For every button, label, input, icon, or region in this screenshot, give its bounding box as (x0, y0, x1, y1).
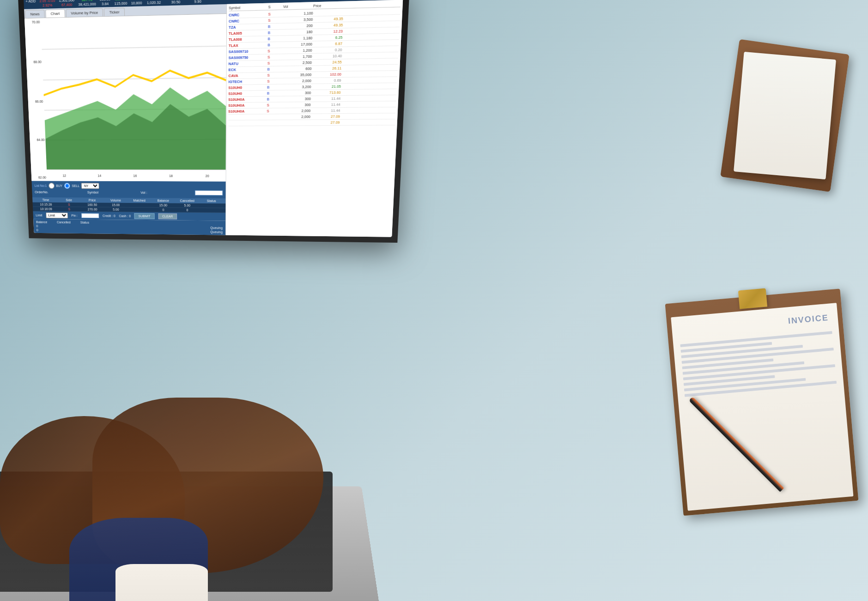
ticker-values-7: 1,923,000 1,020.32 (146, 0, 162, 5)
order-0-time: 10:15:28 (34, 203, 57, 206)
tab-news[interactable]: News (25, 10, 45, 18)
col-s: S (268, 5, 283, 9)
stock-symbol: SAS009710 (229, 49, 268, 54)
stock-symbol: S10UH0 (228, 85, 267, 90)
ticker-values-8: 318,920,000 30.50 (166, 0, 186, 5)
ticker-values-1: 2.05 -0.05 2.92% (39, 0, 55, 8)
stock-side: B (267, 67, 282, 72)
clipboard-clip (738, 288, 767, 309)
ticker-values-10: 755,500 (210, 0, 223, 4)
stock-symbol: S10UH0A (228, 109, 267, 114)
buy-sell-group: BUY SELL NY HK (49, 183, 99, 189)
order-row-1: List No:1 BUY SELL NY HK (34, 183, 223, 190)
ticker-values-3: 367.75 38,421,000 (78, 0, 96, 7)
ticker-price2: 38,421,000 (78, 2, 96, 7)
y-label-3: 66.00 (29, 99, 43, 103)
limit-select[interactable]: Limit Market (46, 212, 68, 218)
stock-price: 24.55 (312, 60, 342, 65)
col-volume: Volume (104, 199, 127, 202)
ticker-values-4: 368.00 3.84 (99, 0, 110, 6)
chart-x-axis: 12 14 16 18 20 (47, 169, 225, 181)
buy-radio[interactable] (49, 183, 55, 189)
ticker-values-9: 3,624,300 9.90 (190, 0, 206, 4)
stock-vol: 2,500 (282, 60, 312, 65)
stock-price: 27.09 (310, 120, 340, 125)
ticker-v2: 3.84 (102, 1, 109, 6)
stock-vol: 2,000 (281, 109, 311, 113)
stock-side: S (267, 73, 282, 78)
x-label-2: 14 (97, 174, 101, 177)
y-label-4: 64.00 (30, 138, 44, 141)
order-no-label: OrderNo. (35, 190, 85, 194)
stock-side: S (267, 49, 282, 53)
stock-side: B (267, 43, 282, 47)
order-0-matched (127, 203, 151, 207)
stock-vol: 300 (281, 97, 311, 101)
stock-vol: 3,200 (282, 85, 311, 89)
stock-symbol: TZA (229, 25, 268, 30)
stock-side: S (268, 12, 283, 17)
right-panel: Symbol S Vol Price CNRC S 1,100 CNRC (226, 0, 403, 237)
balance-val: 0 (36, 224, 38, 227)
order-0-side: S (57, 203, 80, 206)
order-row-headers: OrderNo. Symbol Vol : (35, 190, 223, 196)
x-label-1: 12 (62, 174, 66, 177)
clear-button[interactable]: CLEAR (158, 213, 177, 219)
sell-label: SELL (72, 184, 79, 187)
stock-price: 102.00 (311, 72, 341, 77)
stock-side: S (267, 79, 282, 84)
laptop-screen: + ADD 2.05 -0.05 2.92% 1,502,000 67,400 … (18, 0, 410, 243)
cancelled-val: 0 (36, 228, 38, 232)
stock-symbol (228, 123, 267, 123)
ticker-pct: 2.92% (42, 3, 53, 7)
stock-vol: 1,700 (282, 54, 312, 59)
symbol-label: Symbol (87, 190, 139, 195)
order-0-balance: 15.00 (152, 203, 176, 207)
stock-symbol: TLA005 (229, 31, 268, 36)
vol-label: Vol : (140, 190, 193, 195)
cancelled-label: Cancelled (57, 221, 71, 224)
tab-ticker[interactable]: Ticker (104, 8, 125, 17)
stock-price: 49.35 (313, 23, 343, 28)
stock-vol: 3,500 (283, 17, 313, 22)
stock-vol: 2,000 (281, 115, 311, 119)
stock-price (313, 12, 344, 13)
y-label-5: 62.00 (32, 176, 46, 179)
invoice-title: INVOICE (788, 313, 829, 326)
col-symbol: Symbol (229, 5, 268, 10)
tab-chart[interactable]: Chart (45, 9, 65, 18)
stock-side: S (267, 109, 281, 113)
stock-vol: 200 (283, 23, 313, 28)
stock-price: 27.09 (310, 114, 340, 119)
market-select[interactable]: NY HK (81, 183, 99, 189)
stock-side: S (267, 61, 282, 65)
ticker-w4: 1,020.32 (147, 0, 161, 5)
submit-button[interactable]: SUBMIT (134, 213, 155, 219)
sell-radio[interactable] (64, 183, 70, 189)
x-label-5: 20 (206, 174, 209, 178)
stock-vol: 2,000 (282, 79, 311, 84)
tab-volume[interactable]: Volume by Price (66, 8, 103, 17)
chart-canvas (41, 14, 226, 170)
order-0-price: 160.50 (81, 203, 104, 206)
stock-side: S (267, 103, 282, 107)
col-price-h: Price (313, 3, 344, 8)
queuing-label: Queuing (210, 226, 223, 229)
stock-symbol: SAS009750 (229, 55, 268, 60)
credit-label: Credit : 0 (103, 214, 115, 217)
stock-price: 713.60 (311, 90, 341, 95)
stock-price: 10.40 (312, 54, 342, 59)
stock-side: S (268, 18, 283, 23)
pin-input[interactable] (81, 213, 99, 218)
vol-input[interactable] (195, 190, 223, 196)
stock-symbol: S10UH0A (228, 97, 267, 102)
col-cancelled: Cancelled (175, 199, 199, 202)
ticker-w8: 9.90 (194, 0, 201, 4)
status-label2: Status (80, 221, 89, 224)
ticker-add: + ADD (25, 0, 36, 8)
ticker-w2: 10,800 (131, 0, 142, 6)
stock-row-extra-2[interactable]: 27.09 (228, 119, 395, 126)
stock-symbol: IGTECH (228, 79, 267, 84)
order-1-cancelled: 0 (175, 209, 199, 212)
order-1-matched (127, 208, 151, 211)
